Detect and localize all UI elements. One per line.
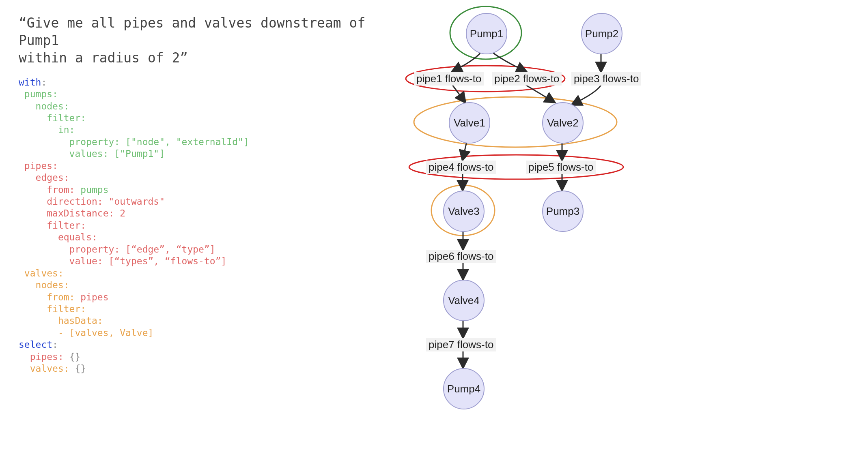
edge-label-pipe6: pipe6 flows-to [426,250,496,263]
code-line-filter1: filter: [19,113,86,123]
page: “Give me all pipes and valves downstream… [0,0,868,452]
node-pump3: Pump3 [542,191,584,232]
kw-with: with [19,77,41,88]
code-sel-valves-v: {} [69,363,86,374]
code-line-in: in: [19,124,75,135]
node-label: Valve3 [448,205,480,218]
code-sel-pipes: pipes: [19,351,64,362]
code-line-nodes2: nodes: [19,280,69,290]
node-valve3: Valve3 [443,191,485,232]
node-label: Pump1 [470,28,503,40]
code-line-values: values: ["Pump1"] [19,148,165,159]
node-label: Valve4 [448,294,480,307]
node-valve2: Valve2 [542,102,584,144]
node-label: Pump2 [585,28,618,40]
ring-valves1 [414,97,617,147]
code-line-prop1: property: ["node", "externalId"] [19,137,249,147]
code-line-value: value: [“types”, “flows-to”] [19,256,226,266]
node-label: Valve1 [454,117,485,129]
edge-label-pipe2: pipe2 flows-to [492,72,562,86]
left-panel: “Give me all pipes and valves downstream… [19,15,408,375]
edge-label-pipe5: pipe5 flows-to [526,161,596,174]
code-sel-pipes-v: {} [64,351,81,362]
node-label: Pump3 [546,205,579,218]
code-line-from1: from: [19,184,75,195]
code-line-pipes: pipes: [19,161,58,171]
code-line-from2: from: [19,292,75,302]
edge-label-pipe7: pipe7 flows-to [426,338,496,351]
edge-label-pipe3: pipe3 flows-to [571,72,641,86]
node-pump1: Pump1 [466,13,507,54]
query-title: “Give me all pipes and valves downstream… [19,15,408,67]
edge-label-pipe4: pipe4 flows-to [426,161,496,174]
kw-select: select [19,339,52,350]
node-valve1: Valve1 [449,102,490,144]
colon2: : [52,339,58,350]
node-label: Pump4 [447,383,480,395]
code-line-prop2: property: [“edge”, “type”] [19,244,215,255]
code-sel-valves: valves: [19,363,69,374]
code-block: with: pumps: nodes: filter: in: property… [19,77,408,375]
node-pump4: Pump4 [443,368,485,409]
code-line-nodes1: nodes: [19,101,69,111]
code-line-filter3: filter: [19,304,86,314]
code-line-direction: direction: "outwards" [19,196,165,207]
code-line-maxd: maxDistance: 2 [19,208,125,219]
code-line-equals: equals: [19,232,97,242]
code-ref-pipes: pipes [75,292,108,302]
edge-label-pipe1: pipe1 flows-to [414,72,484,86]
code-line-valves: valves: [19,268,64,278]
svg-line-1 [452,85,465,102]
code-line-hasdata: hasData: [19,315,103,326]
code-line-pumps: pumps: [19,89,58,99]
code-line-valvesval: - [valves, Valve] [19,328,153,338]
node-valve4: Valve4 [443,280,485,321]
colon: : [41,77,47,88]
code-ref-pumps: pumps [75,184,108,195]
node-label: Valve2 [547,117,579,129]
graph-diagram: Pump1 Pump2 Valve1 Valve2 Valve3 Pump3 V… [406,4,860,450]
node-pump2: Pump2 [581,13,622,54]
code-line-edges: edges: [19,172,69,183]
svg-line-4 [463,142,467,160]
code-line-filter2: filter: [19,220,86,231]
